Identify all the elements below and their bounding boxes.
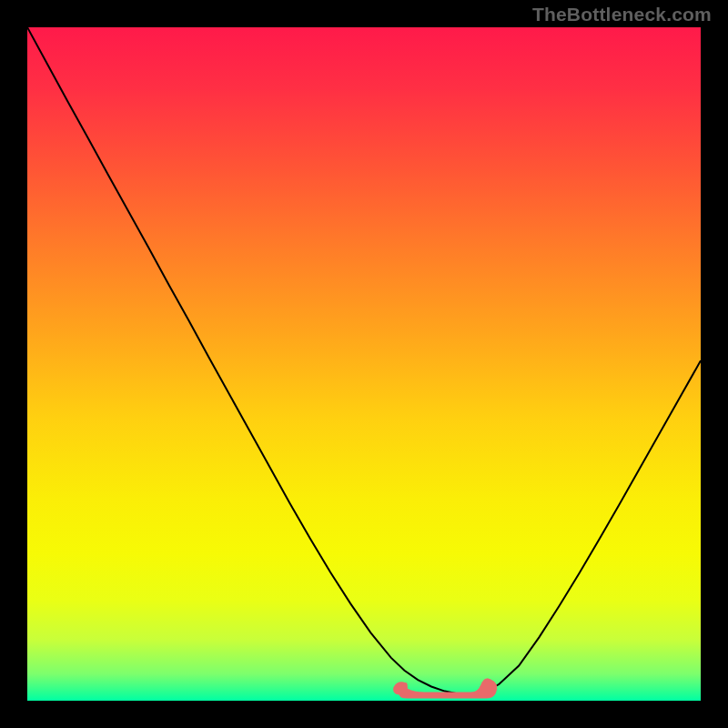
curve-path (27, 27, 701, 694)
plot-area (27, 27, 701, 701)
optimal-range-marker (392, 672, 500, 701)
bottleneck-curve (27, 27, 701, 701)
watermark-text: TheBottleneck.com (532, 4, 712, 25)
